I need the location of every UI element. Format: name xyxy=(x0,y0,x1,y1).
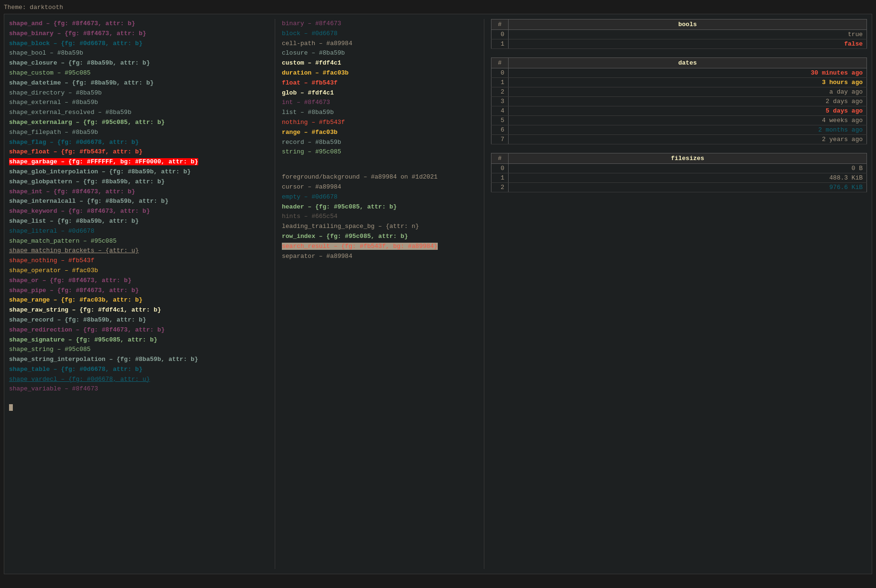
column-1: shape_and – {fg: #8f4673, attr: b} shape… xyxy=(9,19,275,569)
column-2: binary – #8f4673 block – #0d6678 cell-pa… xyxy=(275,19,484,569)
date-row-2-val: a day ago xyxy=(509,87,867,97)
line-header: header – {fg: #95c085, attr: b} xyxy=(282,202,477,212)
line-shape-range: shape_range – {fg: #fac03b, attr: b} xyxy=(9,295,270,305)
line-cursor: cursor – #a89984 xyxy=(282,182,477,192)
column-3: # bools 0 true 1 false xyxy=(484,19,867,569)
bools-table-container: # bools 0 true 1 false xyxy=(491,19,867,51)
line-shape-glob-interpolation: shape_glob_interpolation – {fg: #8ba59b,… xyxy=(9,167,270,177)
line-shape-table: shape_table – {fg: #0d6678, attr: b} xyxy=(9,365,270,375)
table-row: 2 976.6 KiB xyxy=(491,183,867,192)
line-shape-variable: shape_variable – #8f4673 xyxy=(9,384,270,394)
line-shape-internalcall: shape_internalcall – {fg: #8ba59b, attr:… xyxy=(9,197,270,207)
bool-row-0-val: true xyxy=(509,30,867,39)
line-shape-globpattern: shape_globpattern – {fg: #8ba59b, attr: … xyxy=(9,177,270,187)
line-shape-or: shape_or – {fg: #8f4673, attr: b} xyxy=(9,276,270,286)
table-row: 7 2 years ago xyxy=(491,135,867,144)
line-binary: binary – #8f4673 xyxy=(282,19,477,29)
line-shape-closure: shape_closure – {fg: #8ba59b, attr: b} xyxy=(9,58,270,68)
line-block: block – #0d6678 xyxy=(282,29,477,39)
line-fg-bg: foreground/background – #a89984 on #1d20… xyxy=(282,172,477,182)
fs-row-2-val: 976.6 KiB xyxy=(509,183,867,192)
filesizes-col-hash: # xyxy=(491,153,509,164)
line-shape-datetime: shape_datetime – {fg: #8ba59b, attr: b} xyxy=(9,78,270,88)
date-row-3-val: 2 days ago xyxy=(509,97,867,106)
filesizes-table: # filesizes 0 0 B 1 488.3 KiB 2 xyxy=(491,153,867,192)
line-shape-directory: shape_directory – #8ba59b xyxy=(9,88,270,98)
line-list: list – #8ba59b xyxy=(282,108,477,118)
date-row-3-num: 3 xyxy=(491,97,509,106)
date-row-1-num: 1 xyxy=(491,78,509,87)
line-shape-custom: shape_custom – #95c085 xyxy=(9,68,270,78)
line-shape-externalarg: shape_externalarg – {fg: #95c085, attr: … xyxy=(9,118,270,128)
bool-row-1-val: false xyxy=(509,39,867,49)
line-record: record – #8ba59b xyxy=(282,138,477,148)
date-row-6-num: 6 xyxy=(491,125,509,135)
line-shape-flag: shape_flag – {fg: #0d6678, attr: b} xyxy=(9,138,270,148)
cursor xyxy=(9,401,270,411)
line-empty: empty – #0d6678 xyxy=(282,192,477,202)
line-shape-record: shape_record – {fg: #8ba59b, attr: b} xyxy=(9,315,270,325)
line-shape-garbage: shape_garbage – {fg: #FFFFFF, bg: #FF000… xyxy=(9,157,270,167)
dates-col-hash: # xyxy=(491,58,509,68)
table-row: 6 2 months ago xyxy=(491,125,867,135)
line-shape-match-pattern: shape_match_pattern – #95c085 xyxy=(9,237,270,247)
date-row-6-val: 2 months ago xyxy=(509,125,867,135)
fs-row-2-num: 2 xyxy=(491,183,509,192)
line-shape-and: shape_and – {fg: #8f4673, attr: b} xyxy=(9,19,270,29)
date-row-1-val: 3 hours ago xyxy=(509,78,867,87)
bools-table: # bools 0 true 1 false xyxy=(491,19,867,49)
table-row: 3 2 days ago xyxy=(491,97,867,106)
line-shape-raw-string: shape_raw_string – {fg: #fdf4c1, attr: b… xyxy=(9,305,270,315)
line-shape-redirection: shape_redirection – {fg: #8f4673, attr: … xyxy=(9,325,270,335)
line-shape-external: shape_external – #8ba59b xyxy=(9,98,270,108)
dates-col-label: dates xyxy=(509,58,867,68)
line-shape-float: shape_float – {fg: #fb543f, attr: b} xyxy=(9,147,270,157)
fs-row-1-val: 488.3 KiB xyxy=(509,173,867,183)
date-row-5-num: 5 xyxy=(491,116,509,125)
date-row-5-val: 4 weeks ago xyxy=(509,116,867,125)
line-shape-literal: shape_literal – #0d6678 xyxy=(9,227,270,237)
line-shape-nothing: shape_nothing – #fb543f xyxy=(9,256,270,266)
line-duration: duration – #fac03b xyxy=(282,68,477,78)
line-row-index: row_index – {fg: #95c085, attr: b} xyxy=(282,232,477,242)
line-leading-trailing: leading_trailing_space_bg – {attr: n} xyxy=(282,222,477,232)
bool-row-1-num: 1 xyxy=(491,39,509,49)
line-int: int – #8f4673 xyxy=(282,98,477,108)
line-nothing: nothing – #fb543f xyxy=(282,118,477,128)
line-shape-operator: shape_operator – #fac03b xyxy=(9,266,270,276)
table-row: 5 4 weeks ago xyxy=(491,116,867,125)
filesizes-table-container: # filesizes 0 0 B 1 488.3 KiB 2 xyxy=(491,153,867,194)
filesizes-col-label: filesizes xyxy=(509,153,867,164)
table-row: 4 5 days ago xyxy=(491,106,867,116)
line-shape-binary: shape_binary – {fg: #8f4673, attr: b} xyxy=(9,29,270,39)
line-shape-bool: shape_bool – #8ba59b xyxy=(9,48,270,58)
main-container: shape_and – {fg: #8f4673, attr: b} shape… xyxy=(4,14,872,574)
line-hints: hints – #665c54 xyxy=(282,212,477,222)
line-string: string – #95c085 xyxy=(282,147,477,157)
line-float: float – #fb543f xyxy=(282,78,477,88)
bools-col-label: bools xyxy=(509,19,867,30)
fs-row-0-num: 0 xyxy=(491,164,509,173)
line-custom: custom – #fdf4c1 xyxy=(282,58,477,68)
bools-col-hash: # xyxy=(491,19,509,30)
line-shape-block: shape_block – {fg: #0d6678, attr: b} xyxy=(9,39,270,49)
line-shape-pipe: shape_pipe – {fg: #8f4673, attr: b} xyxy=(9,286,270,296)
fs-row-0-val: 0 B xyxy=(509,164,867,173)
line-shape-filepath: shape_filepath – #8ba59b xyxy=(9,128,270,138)
line-search-result: search_result – {fg: #fb543f, bg: #a8998… xyxy=(282,242,477,252)
line-shape-matching-brackets: shape_matching_brackets – {attr: u} xyxy=(9,246,270,256)
table-row: 2 a day ago xyxy=(491,87,867,97)
line-range: range – #fac03b xyxy=(282,128,477,138)
line-shape-string-interpolation: shape_string_interpolation – {fg: #8ba59… xyxy=(9,355,270,365)
line-separator: separator – #a89984 xyxy=(282,252,477,262)
bool-row-0-num: 0 xyxy=(491,30,509,39)
date-row-4-val: 5 days ago xyxy=(509,106,867,116)
date-row-7-num: 7 xyxy=(491,135,509,144)
date-row-4-num: 4 xyxy=(491,106,509,116)
date-row-0-val: 30 minutes ago xyxy=(509,68,867,78)
fs-row-1-num: 1 xyxy=(491,173,509,183)
table-row: 1 3 hours ago xyxy=(491,78,867,87)
line-shape-list: shape_list – {fg: #8ba59b, attr: b} xyxy=(9,217,270,227)
line-shape-signature: shape_signature – {fg: #95c085, attr: b} xyxy=(9,335,270,345)
table-row: 0 0 B xyxy=(491,164,867,173)
